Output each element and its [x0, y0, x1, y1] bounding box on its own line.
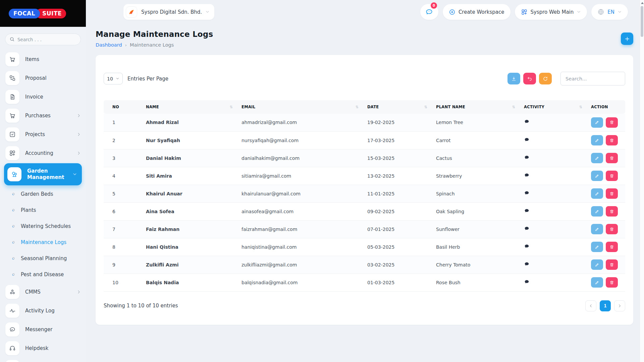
create-workspace-button[interactable]: Create Workspace: [443, 4, 511, 20]
sort-icon[interactable]: ⇅: [424, 105, 427, 109]
delete-button[interactable]: [606, 224, 618, 234]
messages-button[interactable]: 0: [420, 4, 438, 20]
workspace-selector[interactable]: Syspro Digital Sdn. Bhd.: [123, 4, 214, 20]
workspace-name: Syspro Digital Sdn. Bhd.: [141, 9, 202, 15]
edit-button[interactable]: [591, 259, 603, 270]
sidebar-subitem-watering-schedules[interactable]: Watering Schedules: [0, 218, 86, 234]
cell-date: 19-02-2025: [362, 114, 431, 131]
delete-button[interactable]: [606, 277, 618, 288]
activity-comment-icon[interactable]: [524, 208, 530, 214]
activity-comment-icon[interactable]: [524, 244, 530, 249]
sidebar-item-activity-log[interactable]: Activity Log: [0, 301, 86, 320]
delete-button[interactable]: [606, 171, 618, 181]
cart-icon: [5, 109, 19, 123]
scrollbar-up-arrow-icon[interactable]: [641, 2, 644, 4]
sort-icon[interactable]: ⇅: [355, 105, 359, 109]
column-header-activity[interactable]: ACTIVITY⇅: [519, 100, 586, 114]
edit-button[interactable]: [591, 242, 603, 252]
garden-icon: [7, 167, 21, 181]
edit-button[interactable]: [591, 224, 603, 234]
sidebar-item-projects[interactable]: Projects: [0, 125, 86, 144]
cell-email: sitiamira@gmail.com: [236, 167, 362, 185]
sidebar-item-cmms[interactable]: CMMS: [0, 283, 86, 301]
edit-button[interactable]: [591, 135, 603, 145]
edit-button[interactable]: [591, 206, 603, 217]
table-row: 3 Danial Hakim danialhakim@gmail.com 15-…: [104, 149, 625, 167]
sidebar-item-settings[interactable]: Settings: [0, 358, 86, 362]
sidebar-item-accounting[interactable]: Accounting: [0, 144, 86, 163]
delete-button[interactable]: [606, 188, 618, 199]
sidebar-subitem-pest-and-disease[interactable]: Pest and Disease: [0, 266, 86, 283]
delete-button[interactable]: [606, 259, 618, 270]
page-1-button[interactable]: 1: [600, 300, 611, 311]
cell-name: Khairul Anuar: [141, 185, 236, 202]
undo-button[interactable]: [523, 73, 536, 84]
edit-button[interactable]: [591, 171, 603, 181]
add-log-button[interactable]: [621, 33, 633, 45]
next-page-button[interactable]: [614, 300, 625, 311]
sidebar-item-invoice[interactable]: Invoice: [0, 87, 86, 106]
scrollbar-thumb[interactable]: [641, 6, 643, 37]
entries-per-page-select[interactable]: 10: [104, 73, 123, 84]
activity-comment-icon[interactable]: [524, 190, 530, 196]
sidebar-item-items[interactable]: Items: [0, 50, 86, 69]
activity-comment-icon[interactable]: [524, 226, 530, 232]
sort-icon[interactable]: ⇅: [229, 105, 233, 109]
cell-plant-name: Oak Sapling: [431, 202, 519, 220]
logo-focal: FOCAL: [9, 9, 40, 18]
sidebar-subitem-maintenance-logs[interactable]: Maintenance Logs: [0, 234, 86, 250]
cell-plant-name: Cherry Tomato: [431, 256, 519, 274]
download-button[interactable]: [507, 73, 520, 84]
delete-button[interactable]: [606, 135, 618, 145]
table-search-input[interactable]: [560, 72, 625, 85]
chevron-down-icon: [577, 10, 581, 14]
edit-button[interactable]: [591, 117, 603, 128]
sort-icon[interactable]: ⇅: [579, 105, 582, 109]
sidebar-subitem-plants[interactable]: Plants: [0, 202, 86, 218]
app-menu-button[interactable]: Syspro Web Main: [515, 4, 587, 20]
edit-button[interactable]: [591, 188, 603, 199]
table-row: 2 Nur Syafiqah nursyafiqah@gmail.com 17-…: [104, 131, 625, 149]
delete-button[interactable]: [606, 153, 618, 163]
language-selector[interactable]: EN: [591, 4, 628, 20]
sidebar-item-messenger[interactable]: Messenger: [0, 320, 86, 339]
column-header-name[interactable]: NAME⇅: [141, 100, 236, 114]
column-header-plant-name[interactable]: PLANT NAME⇅: [431, 100, 519, 114]
sidebar-item-purchases[interactable]: Purchases: [0, 106, 86, 125]
activity-comment-icon[interactable]: [524, 155, 530, 161]
edit-button[interactable]: [591, 153, 603, 163]
column-header-date[interactable]: DATE⇅: [362, 100, 431, 114]
sidebar-item-helpdesk[interactable]: Helpdesk: [0, 339, 86, 358]
sidebar-item-garden-management[interactable]: Garden Management: [4, 163, 82, 185]
chevron-down-icon: [116, 77, 119, 80]
column-header-email[interactable]: EMAIL⇅: [236, 100, 362, 114]
chevron-down-icon: [72, 172, 77, 177]
refresh-button[interactable]: [539, 73, 552, 84]
prev-page-button[interactable]: [585, 300, 596, 311]
grid-icon: [521, 9, 528, 15]
activity-comment-icon[interactable]: [524, 137, 530, 143]
sort-icon[interactable]: ⇅: [512, 105, 515, 109]
breadcrumb-dashboard-link[interactable]: Dashboard: [96, 42, 122, 48]
cell-no: 2: [104, 131, 141, 149]
delete-button[interactable]: [606, 206, 618, 217]
activity-comment-icon[interactable]: [524, 279, 530, 285]
chevron-down-icon: [618, 10, 622, 14]
edit-button[interactable]: [591, 277, 603, 288]
logo: FOCAL SUITE: [0, 0, 86, 27]
sidebar-subitem-seasonal-planning[interactable]: Seasonal Planning: [0, 250, 86, 266]
activity-comment-icon[interactable]: [524, 173, 530, 178]
cell-plant-name: Carrot: [431, 131, 519, 149]
breadcrumb-separator: ›: [125, 43, 127, 48]
messages-badge: 0: [431, 2, 437, 9]
page-scrollbar[interactable]: [640, 0, 644, 362]
sidebar-subitem-garden-beds[interactable]: Garden Beds: [0, 186, 86, 202]
sidebar-search-input[interactable]: [5, 34, 81, 45]
activity-comment-icon[interactable]: [524, 261, 530, 267]
sidebar-item-proposal[interactable]: Proposal: [0, 69, 86, 87]
cell-email: nursyafiqah@gmail.com: [236, 131, 362, 149]
delete-button[interactable]: [606, 242, 618, 252]
cell-no: 4: [104, 167, 141, 185]
activity-comment-icon[interactable]: [524, 119, 530, 125]
delete-button[interactable]: [606, 117, 618, 128]
